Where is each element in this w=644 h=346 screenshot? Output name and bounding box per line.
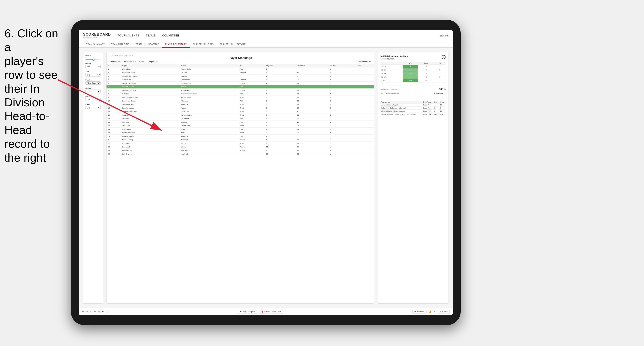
center-panel: Update time: 27/03/2024 16:56:26 Player …: [106, 52, 374, 304]
player-select[interactable]: (All): [86, 106, 100, 109]
share-button[interactable]: ↗ Share: [438, 310, 450, 314]
h2h-col-tie: Tie: [434, 62, 446, 65]
cell-reg: 4: [265, 103, 296, 106]
table-row[interactable]: 7 Nicholas Gabrelcik North Florida Fourt…: [106, 89, 374, 92]
table-row[interactable]: 12 Brendan Valdes Auburn Third 1 27 0: [106, 106, 374, 110]
year-select[interactable]: (All): [86, 73, 100, 76]
tab-team-h2h-heatmap[interactable]: TEAM H2H HEATMAP: [132, 41, 162, 47]
cell-conf: [296, 135, 328, 138]
table-row[interactable]: 24 Bastien Amat New Mexico Fourth 1 27 2: [106, 149, 374, 152]
cell-num: 20: [106, 135, 121, 138]
table-row[interactable]: 25 Cole Sherwood Vanderbilt 12 23 1: [106, 152, 374, 156]
table-row[interactable]: 8 Mats Ege East Tennessee State Fifth 1 …: [106, 92, 374, 96]
cell-num: 25: [106, 152, 121, 156]
table-row[interactable]: 13 Phichakun Maichon Texas A&M Third 6 3…: [106, 110, 374, 113]
cell-player: David Ford: [121, 124, 180, 128]
cell-reg: 1: [265, 106, 296, 110]
cell-win: [357, 131, 374, 135]
divider: [380, 85, 446, 85]
tab-player-h2h-grid[interactable]: PLAYER H2H GRID: [190, 41, 217, 47]
refresh-icon[interactable]: ↺: [107, 310, 108, 313]
cell-yr: Third: [239, 106, 265, 110]
table-row[interactable]: 11 Gordon Sargent Vanderbilt Third 4 21 …: [106, 103, 374, 106]
t-pos: Win: [434, 113, 439, 116]
t-type: Stroke Play: [422, 107, 434, 110]
grid-icon[interactable]: ⊞: [434, 310, 436, 313]
table-row[interactable]: 6 Jackson Koivun Auburn First: [106, 85, 374, 89]
cell-school: North Florida: [180, 89, 238, 92]
table-row[interactable]: 3 Michael Thorbjornsen Stanford 1 8 1: [106, 74, 374, 78]
division-select[interactable]: NCAA Division I: [86, 81, 100, 85]
cell-school: Ole Miss: [180, 71, 238, 74]
cell-yr: Second: [239, 78, 265, 82]
table-row[interactable]: 5 Christo Lamprecht Georgia Tech Fourth …: [106, 82, 374, 85]
table-row[interactable]: 16 Alex Goff Kentucky Fifth 8 19 0: [106, 121, 374, 124]
table-row[interactable]: 19 Tiger Christensen Arizona Third 8 23 …: [106, 131, 374, 135]
table-row[interactable]: 23 Jack Lundin Missouri Fourth 11 24 1: [106, 145, 374, 149]
cell-yr: Fifth: [239, 117, 265, 121]
cell-conf: 23: [296, 152, 328, 156]
table-row[interactable]: 2 Michael La Sasso Ole Miss Second 1 19 …: [106, 71, 374, 74]
table-row[interactable]: 15 Jake Hall Tennessee Fifth 1 27 1: [106, 117, 374, 121]
t-pos: 2: [434, 107, 439, 110]
cell-reg: 10: [265, 142, 296, 145]
t-name: Mirabel Maui Jim Intercollegiate: [380, 110, 422, 113]
cell-school: Arizona: [180, 131, 238, 135]
table-row[interactable]: 20 Matthew Riedel Vanderbilt Fifth 2: [106, 135, 374, 138]
cell-win: [357, 145, 374, 149]
cut-icon[interactable]: ✂: [98, 310, 100, 313]
cell-rds: 1: [329, 117, 357, 121]
region-select[interactable]: N/a: [86, 90, 100, 93]
update-time: Update time: 27/03/2024 16:56:26: [110, 55, 371, 56]
table-row[interactable]: 14 Maxwell Ford North Carolina Third 2 2…: [106, 113, 374, 117]
gender-select[interactable]: Men: [86, 65, 100, 68]
cell-reg: 1: [265, 71, 296, 74]
table-row[interactable]: 17 David Ford North Carolina Third 1 21 …: [106, 124, 374, 128]
table-row[interactable]: 10 Jacob Mau Olesen Arkansas Fifth 1 23 …: [106, 99, 374, 103]
t-col-type: Event Type: [422, 101, 434, 103]
view-original-button[interactable]: 👁 View: Original: [238, 310, 257, 314]
skip-icon[interactable]: ⏭: [90, 310, 92, 313]
cell-rds: 1: [329, 138, 357, 142]
save-custom-view-button[interactable]: 🔖 Save Custom View: [259, 310, 283, 314]
tournament-row: SEC Match Play Hosted by Jerry Pate Roun…: [380, 113, 446, 116]
conference-select[interactable]: (All): [86, 98, 100, 101]
sign-out-button[interactable]: Sign out: [440, 34, 448, 37]
cell-yr: Fourth: [239, 149, 265, 152]
table-row[interactable]: 21 Taehoon Song Washington Fourth 6 23 1: [106, 138, 374, 142]
h2h-header: In Division Head-to-Head Jackson Koivun …: [380, 55, 446, 60]
t-score: -17: [439, 110, 446, 113]
watch-button[interactable]: 👁 Watch ▾: [412, 310, 426, 314]
thumbsup-icon[interactable]: 👍: [429, 310, 432, 313]
tab-team-summary[interactable]: TEAM SUMMARY: [83, 41, 108, 47]
cell-player: Jake Hall: [121, 117, 180, 121]
cell-conf: 24: [296, 145, 328, 149]
rds-slider[interactable]: [86, 59, 100, 60]
nav-teams[interactable]: TEAMS: [146, 33, 156, 38]
table-row[interactable]: 9 Preston Summerhays Arizona State Third…: [106, 96, 374, 99]
tab-player-summary[interactable]: PLAYER SUMMARY: [162, 41, 190, 48]
table-row[interactable]: 22 Ian Gilligan Florida Third 10 24 1: [106, 142, 374, 145]
cell-win: [357, 142, 374, 145]
cell-win: [357, 78, 374, 82]
table-row[interactable]: 4 Luke Claton Florida State Second 1 27 …: [106, 78, 374, 82]
nav-committee[interactable]: COMMITTEE: [162, 33, 179, 38]
cell-rds: 2: [329, 89, 357, 92]
cell-conf: 24: [296, 92, 328, 96]
h2h-loss-cell: 9: [418, 68, 434, 72]
tab-team-h2h-grid[interactable]: TEAM H2H GRID: [108, 41, 132, 47]
h2h-row-label: >100: [380, 79, 403, 82]
cell-rds: 0: [329, 71, 357, 74]
copy-icon[interactable]: ⧉: [94, 310, 96, 313]
more-icon[interactable]: •••: [102, 310, 104, 313]
cell-yr: Fifth: [239, 99, 265, 103]
cell-rds: 1: [329, 145, 357, 149]
close-button[interactable]: ✕: [442, 55, 446, 59]
tab-player-h2h-heatmap[interactable]: PLAYER H2H HEATMAP: [217, 41, 249, 47]
table-row[interactable]: 1 Wenyi Ding Arizona State First 1 1: [106, 67, 374, 71]
undo-icon[interactable]: ↩: [82, 310, 84, 313]
cell-school: Arizona State: [180, 96, 238, 99]
table-row[interactable]: 18 Luke Powell UCLA First 4 24 1: [106, 128, 374, 131]
nav-tournaments[interactable]: TOURNAMENTS: [118, 33, 139, 38]
redo-icon[interactable]: ↪: [86, 310, 88, 313]
